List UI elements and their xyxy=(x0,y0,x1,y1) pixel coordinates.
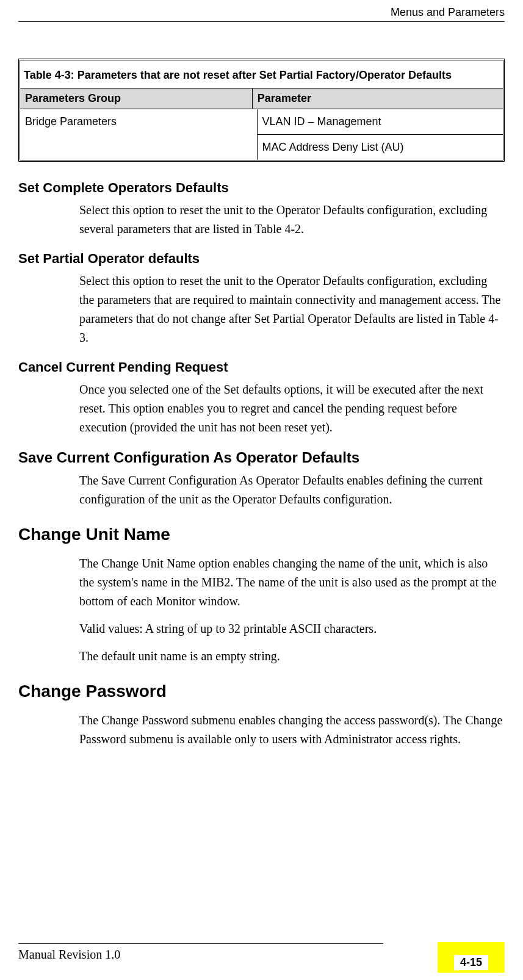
footer: Manual Revision 1.0 4-15 xyxy=(18,943,505,962)
table-cell-mac-deny: MAC Address Deny List (AU) xyxy=(258,134,503,160)
table-header-parameter: Parameter xyxy=(253,88,503,109)
body-save-current-config-as-operator-defaults: The Save Current Configuration As Operat… xyxy=(79,471,505,509)
heading-set-complete-operators-defaults: Set Complete Operators Defaults xyxy=(18,180,505,196)
body-change-unit-name-1: The Change Unit Name option enables chan… xyxy=(79,554,505,611)
heading-change-password: Change Password xyxy=(18,682,505,701)
table-title: Table 4-3: Parameters that are not reset… xyxy=(20,60,503,88)
page-number-box: 4-15 xyxy=(438,942,505,973)
footer-rule xyxy=(18,943,383,944)
table-body: Bridge Parameters VLAN ID – Management M… xyxy=(20,109,503,160)
heading-save-current-config-as-operator-defaults: Save Current Configuration As Operator D… xyxy=(18,449,505,466)
heading-change-unit-name: Change Unit Name xyxy=(18,525,505,544)
table-4-3: Table 4-3: Parameters that are not reset… xyxy=(18,59,505,162)
body-set-partial-operator-defaults: Select this option to reset the unit to … xyxy=(79,272,505,347)
body-change-password: The Change Password submenu enables chan… xyxy=(79,711,505,749)
page: Menus and Parameters Table 4-3: Paramete… xyxy=(0,0,523,980)
heading-cancel-current-pending-request: Cancel Current Pending Request xyxy=(18,359,505,375)
table-cell-parameter-list: VLAN ID – Management MAC Address Deny Li… xyxy=(258,109,503,160)
body-cancel-current-pending-request: Once you selected one of the Set default… xyxy=(79,380,505,437)
running-header: Menus and Parameters xyxy=(18,6,505,22)
table-header-row: Parameters Group Parameter xyxy=(20,88,503,109)
table-header-parameters-group: Parameters Group xyxy=(20,88,253,109)
table-cell-bridge-parameters: Bridge Parameters xyxy=(20,109,258,160)
body-change-unit-name-3: The default unit name is an empty string… xyxy=(79,647,505,666)
table-cell-vlan-id: VLAN ID – Management xyxy=(258,109,503,134)
body-set-complete-operators-defaults: Select this option to reset the unit to … xyxy=(79,201,505,239)
heading-set-partial-operator-defaults: Set Partial Operator defaults xyxy=(18,251,505,267)
footer-revision: Manual Revision 1.0 xyxy=(18,948,505,962)
body-change-unit-name-2: Valid values: A string of up to 32 print… xyxy=(79,619,505,638)
page-number: 4-15 xyxy=(454,955,488,970)
